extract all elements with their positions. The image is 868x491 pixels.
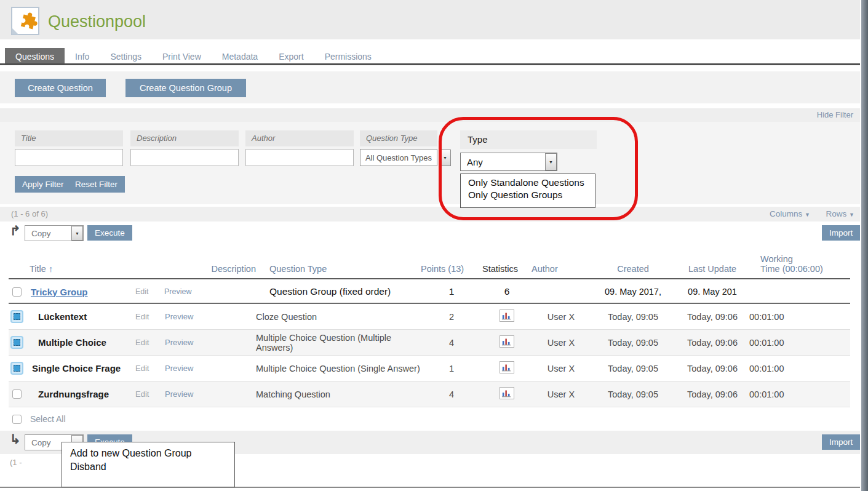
type-dropdown-arrow-icon[interactable]: ▼ <box>545 153 557 170</box>
create-question-button[interactable]: Create Question <box>15 79 106 97</box>
menu-item-add-to-new-question-group[interactable]: Add to new Question Group <box>62 447 234 460</box>
row-checkbox-checked[interactable] <box>10 362 23 375</box>
tab-questions[interactable]: Questions <box>5 48 65 65</box>
apply-to-bottom-arrow-icon: ↳ <box>10 432 21 447</box>
apply-filter-button[interactable]: Apply Filter <box>15 176 71 193</box>
table-header-row: Title ↑ Description Question Type Points… <box>9 246 850 279</box>
bulk-action-select-top[interactable]: Copy ▼ <box>25 225 84 241</box>
column-header-created[interactable]: Created <box>591 264 675 274</box>
last-update-cell: Today, 09:06 <box>675 338 749 348</box>
question-type-cell: Question Group (fixed order) <box>256 286 421 297</box>
questionpool-icon <box>11 7 39 35</box>
tab-settings[interactable]: Settings <box>100 48 152 65</box>
statistics-chart-icon[interactable] <box>500 361 514 373</box>
column-header-title[interactable]: Title ↑ <box>30 264 128 274</box>
preview-link[interactable]: Preview <box>165 389 193 399</box>
tab-metadata[interactable]: Metadata <box>212 48 268 65</box>
filter-description-label: Description <box>130 130 239 146</box>
edit-link[interactable]: Edit <box>135 312 149 321</box>
created-cell: Today, 09:05 <box>591 389 675 399</box>
edit-link[interactable]: Edit <box>135 364 149 373</box>
puzzle-icon <box>14 9 38 34</box>
tab-export[interactable]: Export <box>268 48 314 65</box>
type-options-list: Only Standalone Questions Only Question … <box>460 174 595 208</box>
column-header-author[interactable]: Author <box>532 264 591 274</box>
columns-menu[interactable]: Columns <box>770 209 802 218</box>
statistics-cell: 6 <box>482 286 532 297</box>
working-time-cell: 00:01:00 <box>749 364 850 373</box>
row-checkbox-checked[interactable] <box>10 310 23 323</box>
checkbox-selection-mark <box>14 365 20 372</box>
columns-caret-icon[interactable]: ▼ <box>805 212 810 218</box>
filter-description-input[interactable] <box>130 149 239 166</box>
preview-link[interactable]: Preview <box>164 287 191 296</box>
column-header-points[interactable]: Points (13) <box>421 264 482 274</box>
last-update-cell: Today, 09:06 <box>675 312 749 322</box>
filter-author-input[interactable] <box>245 149 354 166</box>
row-checkbox[interactable] <box>12 389 22 399</box>
last-update-cell: Today, 09:06 <box>675 389 749 399</box>
question-type-value: All Question Types <box>360 153 437 162</box>
sort-ascending-icon[interactable]: ↑ <box>49 264 53 274</box>
row-checkbox[interactable] <box>12 287 22 297</box>
execute-button-top[interactable]: Execute <box>87 225 132 241</box>
question-title: Lückentext <box>30 311 128 322</box>
statistics-chart-icon[interactable] <box>500 335 514 348</box>
import-button-bottom[interactable]: Import <box>822 434 860 450</box>
statistics-chart-icon[interactable] <box>500 387 514 399</box>
author-cell: User X <box>532 364 591 373</box>
rows-caret-icon[interactable]: ▼ <box>849 212 854 218</box>
author-cell: User X <box>532 338 591 348</box>
table-body: Tricky Group Edit Preview Question Group… <box>9 281 850 431</box>
menu-item-disband[interactable]: Disband <box>62 460 234 474</box>
filter-title-input[interactable] <box>15 149 123 166</box>
created-cell: Today, 09:05 <box>591 338 675 348</box>
preview-link[interactable]: Preview <box>165 338 193 347</box>
filter-question-type-label: Question Type <box>360 130 437 146</box>
tab-info[interactable]: Info <box>65 48 100 65</box>
last-update-cell: Today, 09:06 <box>675 364 749 373</box>
statistics-chart-icon[interactable] <box>500 309 514 322</box>
column-header-working-time[interactable]: Working Time (00:06:00) <box>749 254 850 274</box>
question-title: Multiple Choice <box>30 337 128 348</box>
filter-type-label: Type <box>460 130 597 149</box>
preview-link[interactable]: Preview <box>165 312 193 321</box>
question-type-dropdown-arrow-icon[interactable]: ▼ <box>439 150 451 166</box>
question-type-select[interactable]: All Question Types <box>360 149 437 166</box>
question-group-title-link[interactable]: Tricky Group <box>30 287 128 297</box>
vertical-scrollbar[interactable] <box>861 0 868 491</box>
working-time-cell: 00:01:00 <box>749 338 850 348</box>
type-option-groups[interactable]: Only Question Groups <box>461 189 595 201</box>
created-cell: Today, 09:05 <box>591 312 675 322</box>
bulk-action-open-menu: Add to new Question Group Disband <box>62 442 235 487</box>
table-view-controls: Columns ▼ Rows ▼ <box>770 209 854 218</box>
column-header-statistics[interactable]: Statistics <box>482 264 532 274</box>
filter-author-label: Author <box>245 130 354 146</box>
edit-link[interactable]: Edit <box>135 389 149 399</box>
column-header-question-type[interactable]: Question Type <box>256 264 421 274</box>
table-row: Tricky Group Edit Preview Question Group… <box>9 281 850 304</box>
edit-link[interactable]: Edit <box>135 287 149 296</box>
row-checkbox-checked[interactable] <box>10 336 23 349</box>
tab-print-view[interactable]: Print View <box>152 48 212 65</box>
select-all-checkbox[interactable] <box>12 415 22 424</box>
tab-permissions[interactable]: Permissions <box>314 48 382 65</box>
question-type-cell: Multiple Choice Question (Multiple Answe… <box>256 333 421 353</box>
bulk-action-arrow-icon-top[interactable]: ▼ <box>71 226 83 241</box>
edit-link[interactable]: Edit <box>135 338 149 347</box>
import-button-top[interactable]: Import <box>822 225 860 241</box>
column-header-last-update[interactable]: Last Update <box>675 264 749 274</box>
type-select-value: Any <box>461 157 545 167</box>
type-option-standalone[interactable]: Only Standalone Questions <box>461 177 595 189</box>
working-time-cell: 00:01:00 <box>749 389 850 399</box>
create-question-group-button[interactable]: Create Question Group <box>125 79 246 97</box>
hide-filter-link[interactable]: Hide Filter <box>817 110 853 119</box>
points-cell: 4 <box>421 338 482 348</box>
bulk-action-value-top: Copy <box>25 229 71 238</box>
author-cell: User X <box>532 389 591 399</box>
column-header-description[interactable]: Description <box>201 264 256 274</box>
rows-menu[interactable]: Rows <box>826 209 847 218</box>
preview-link[interactable]: Preview <box>165 364 193 373</box>
reset-filter-button[interactable]: Reset Filter <box>68 176 125 193</box>
type-select[interactable]: Any ▼ <box>460 153 557 171</box>
